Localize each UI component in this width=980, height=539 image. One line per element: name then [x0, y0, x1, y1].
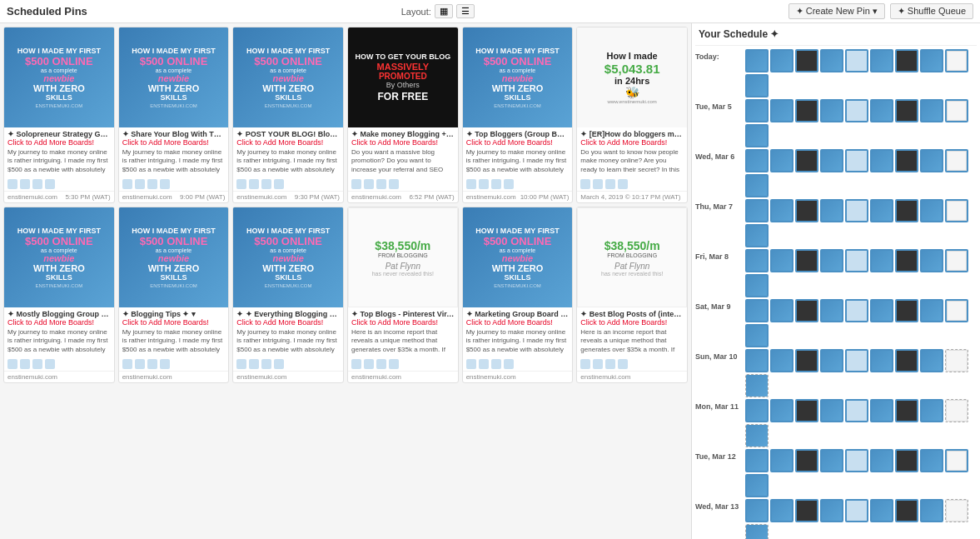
pin-more-icon[interactable] [45, 359, 55, 369]
schedule-thumb[interactable] [945, 99, 968, 122]
schedule-thumb[interactable] [745, 174, 769, 197]
pin-delete-icon[interactable] [376, 179, 386, 189]
schedule-thumb[interactable] [945, 249, 968, 272]
pin-more-icon[interactable] [45, 179, 55, 189]
shuffle-queue-button[interactable]: ✦ Shuffle Queue [890, 3, 973, 19]
schedule-thumb[interactable] [945, 149, 968, 172]
pin-delete-icon[interactable] [376, 359, 386, 369]
pin-delete-icon[interactable] [491, 359, 501, 369]
schedule-thumb[interactable] [870, 299, 893, 322]
schedule-thumb[interactable] [845, 449, 868, 472]
schedule-thumb[interactable] [795, 399, 818, 422]
pin-card[interactable]: $38,550/m FROM BLOGGING Pat Flynn has ne… [347, 207, 459, 383]
pin-reschedule-icon[interactable] [135, 359, 145, 369]
pin-card[interactable]: How I made my first $500 ONLINE as a com… [3, 207, 115, 383]
schedule-thumb[interactable] [820, 299, 843, 322]
schedule-thumb[interactable] [895, 49, 918, 72]
schedule-thumb[interactable] [845, 49, 868, 72]
schedule-thumb[interactable] [820, 349, 843, 372]
schedule-thumb[interactable] [920, 199, 943, 222]
pin-add-boards[interactable]: Click to Add More Boards! [351, 138, 455, 147]
schedule-thumb[interactable] [920, 449, 943, 472]
schedule-thumb[interactable] [745, 149, 769, 172]
pin-edit-icon[interactable] [580, 359, 590, 369]
schedule-thumb[interactable] [820, 99, 843, 122]
schedule-thumb[interactable] [795, 99, 818, 122]
pin-more-icon[interactable] [274, 359, 284, 369]
schedule-thumb[interactable] [745, 199, 769, 222]
schedule-thumb[interactable] [770, 49, 793, 72]
schedule-thumb[interactable] [745, 524, 769, 539]
pin-add-boards[interactable]: Click to Add More Boards! [236, 318, 340, 327]
pin-add-boards[interactable]: Click to Add More Boards! [7, 138, 111, 147]
pin-delete-icon[interactable] [147, 179, 157, 189]
schedule-thumb[interactable] [870, 449, 893, 472]
pin-more-icon[interactable] [389, 179, 399, 189]
pin-edit-icon[interactable] [351, 359, 361, 369]
pin-more-icon[interactable] [618, 179, 628, 189]
schedule-thumb[interactable] [745, 249, 769, 272]
pin-card[interactable]: How I made my first $500 ONLINE as a com… [232, 207, 344, 383]
schedule-thumb[interactable] [745, 124, 769, 147]
pin-delete-icon[interactable] [261, 359, 271, 369]
pin-edit-icon[interactable] [466, 359, 476, 369]
create-pin-button[interactable]: ✦ Create New Pin ▾ [788, 3, 885, 19]
schedule-thumb[interactable] [795, 449, 818, 472]
pin-edit-icon[interactable] [122, 359, 132, 369]
pin-more-icon[interactable] [504, 179, 514, 189]
pin-edit-icon[interactable] [122, 179, 132, 189]
schedule-thumb[interactable] [845, 399, 868, 422]
schedule-thumb[interactable] [820, 199, 843, 222]
pin-more-icon[interactable] [618, 359, 628, 369]
pin-edit-icon[interactable] [580, 179, 590, 189]
schedule-thumb[interactable] [845, 249, 868, 272]
schedule-thumb[interactable] [745, 324, 769, 347]
schedule-thumb[interactable] [770, 349, 793, 372]
schedule-thumb[interactable] [745, 399, 769, 422]
schedule-thumb[interactable] [795, 199, 818, 222]
schedule-thumb[interactable] [895, 399, 918, 422]
pin-card[interactable]: How I made my first $500 ONLINE as a com… [3, 27, 115, 203]
schedule-thumb[interactable] [945, 499, 968, 522]
schedule-thumb[interactable] [820, 449, 843, 472]
schedule-thumb[interactable] [795, 349, 818, 372]
schedule-thumb[interactable] [895, 249, 918, 272]
schedule-thumb[interactable] [920, 99, 943, 122]
schedule-thumb[interactable] [845, 299, 868, 322]
schedule-thumb[interactable] [845, 149, 868, 172]
schedule-thumb[interactable] [895, 299, 918, 322]
schedule-thumb[interactable] [770, 199, 793, 222]
schedule-thumb[interactable] [820, 149, 843, 172]
pin-add-boards[interactable]: Click to Add More Boards! [580, 138, 684, 147]
schedule-thumb[interactable] [820, 399, 843, 422]
pin-delete-icon[interactable] [147, 359, 157, 369]
schedule-thumb[interactable] [920, 299, 943, 322]
pin-card[interactable]: How I made my first $500 ONLINE as a com… [462, 27, 574, 203]
schedule-thumb[interactable] [820, 49, 843, 72]
schedule-thumb[interactable] [770, 149, 793, 172]
schedule-thumb[interactable] [795, 299, 818, 322]
schedule-thumb[interactable] [920, 399, 943, 422]
schedule-thumb[interactable] [870, 349, 893, 372]
pin-add-boards[interactable]: Click to Add More Boards! [351, 318, 455, 327]
schedule-thumb[interactable] [795, 249, 818, 272]
pin-card[interactable]: How I made my first $500 ONLINE as a com… [118, 27, 230, 203]
pin-edit-icon[interactable] [236, 359, 246, 369]
schedule-thumb[interactable] [770, 299, 793, 322]
pin-card[interactable]: How I made my first $500 ONLINE as a com… [118, 207, 230, 383]
schedule-thumb[interactable] [920, 149, 943, 172]
pin-reschedule-icon[interactable] [479, 359, 489, 369]
pin-add-boards[interactable]: Click to Add More Boards! [466, 318, 570, 327]
schedule-thumb[interactable] [945, 449, 968, 472]
schedule-thumb[interactable] [945, 299, 968, 322]
layout-list-btn[interactable]: ☰ [456, 4, 475, 18]
pin-more-icon[interactable] [389, 359, 399, 369]
schedule-thumb[interactable] [745, 449, 769, 472]
schedule-thumb[interactable] [920, 499, 943, 522]
pin-more-icon[interactable] [504, 359, 514, 369]
pin-add-boards[interactable]: Click to Add More Boards! [236, 138, 340, 147]
schedule-thumb[interactable] [895, 499, 918, 522]
pin-reschedule-icon[interactable] [20, 359, 30, 369]
schedule-thumb[interactable] [945, 349, 968, 372]
schedule-thumb[interactable] [745, 274, 769, 297]
